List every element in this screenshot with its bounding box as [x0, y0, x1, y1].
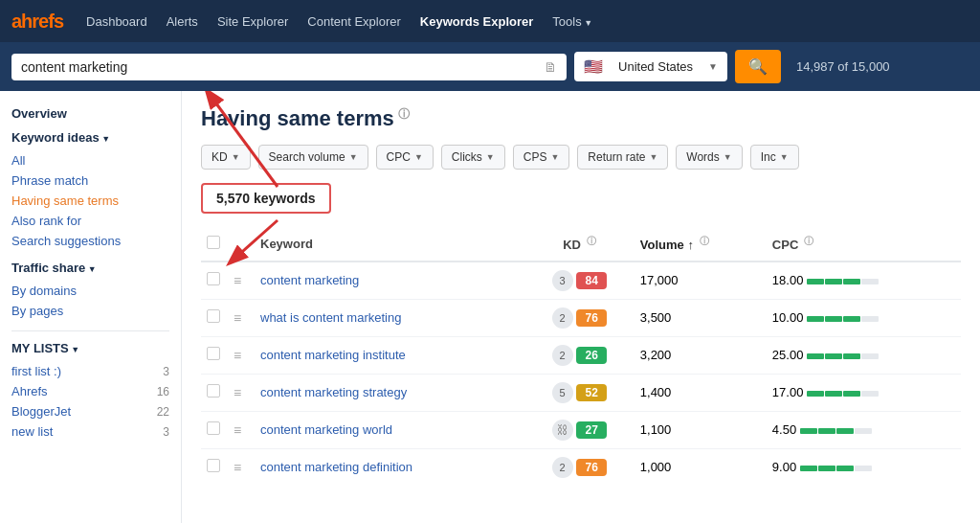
row-checkbox[interactable] [207, 272, 220, 285]
row-checkbox[interactable] [207, 384, 220, 398]
kd-badge: 76 [576, 309, 607, 327]
sidebar-item-all[interactable]: All [11, 150, 169, 171]
bar-seg [807, 353, 824, 359]
list-name-0[interactable]: first list :) [11, 364, 61, 378]
sidebar-keyword-ideas[interactable]: Keyword ideas [11, 130, 169, 145]
keyword-link[interactable]: content marketing institute [260, 348, 406, 362]
bar-seg [861, 316, 879, 322]
row-cpc-cell: 25.00 [767, 336, 961, 374]
keyword-link[interactable]: content marketing definition [260, 460, 412, 474]
row-checkbox-cell [201, 336, 228, 374]
col-volume[interactable]: Volume ↑ ⓘ [635, 227, 767, 261]
cpc-bar [800, 466, 872, 471]
bar-seg [861, 279, 879, 284]
row-menu-cell: ≡ [228, 299, 255, 336]
keywords-table: Keyword KD ⓘ Volume ↑ ⓘ CPC ⓘ ≡ content … [201, 227, 961, 485]
nav-tools[interactable]: Tools [545, 11, 600, 33]
row-cpc-cell: 17.00 [767, 374, 961, 411]
search-input-wrap: 🗎 [11, 54, 567, 80]
keyword-link[interactable]: content marketing [260, 273, 359, 287]
cpc-bar [807, 279, 879, 284]
bar-seg [836, 428, 854, 434]
filter-cpc[interactable]: CPC ▼ [376, 145, 434, 170]
sidebar: Overview Keyword ideas All Phrase match … [0, 91, 182, 523]
bar-seg [800, 466, 817, 471]
row-keyword-cell: content marketing institute [255, 336, 524, 374]
list-name-1[interactable]: Ahrefs [11, 384, 48, 398]
bar-seg [843, 316, 860, 322]
row-menu-icon[interactable]: ≡ [234, 348, 241, 363]
keyword-link[interactable]: what is content marketing [260, 310, 401, 325]
filter-clicks[interactable]: Clicks ▼ [441, 145, 505, 170]
brand-logo: ahrefs [11, 11, 63, 33]
col-kd[interactable]: KD ⓘ [524, 227, 635, 261]
keyword-link[interactable]: content marketing strategy [260, 385, 407, 399]
keyword-link[interactable]: content marketing world [260, 422, 392, 437]
filter-words[interactable]: Words ▼ [676, 145, 742, 170]
search-input[interactable] [21, 59, 536, 75]
nav-keywords-explorer[interactable]: Keywords Explorer [412, 11, 542, 33]
row-menu-icon[interactable]: ≡ [234, 273, 241, 288]
nav-alerts[interactable]: Alerts [159, 11, 206, 33]
table-row: ≡ content marketing 3 84 17,000 18.00 [201, 262, 961, 300]
sidebar-item-also-rank-for[interactable]: Also rank for [11, 211, 169, 231]
row-checkbox[interactable] [207, 309, 220, 323]
sidebar-item-by-pages[interactable]: By pages [11, 301, 169, 321]
table-row: ≡ content marketing strategy 5 52 1,400 … [201, 374, 961, 411]
country-selector[interactable]: 🇺🇸 United States ▼ [574, 52, 727, 81]
cpc-bar [807, 391, 879, 397]
filter-kd[interactable]: KD ▼ [201, 145, 251, 170]
col-check [201, 227, 228, 261]
serp-number: 2 [552, 345, 573, 366]
row-volume-cell: 3,200 [635, 336, 767, 374]
table-row: ≡ content marketing definition 2 76 1,00… [201, 448, 961, 486]
bar-seg [861, 391, 879, 397]
list-item: Ahrefs 16 [11, 381, 169, 401]
row-menu-icon[interactable]: ≡ [234, 310, 241, 326]
row-menu-icon[interactable]: ≡ [234, 385, 241, 400]
filter-inc[interactable]: Inc ▼ [750, 145, 799, 170]
filter-cps[interactable]: CPS ▼ [513, 145, 570, 170]
nav-site-explorer[interactable]: Site Explorer [210, 11, 296, 33]
bar-seg [825, 279, 842, 284]
row-menu-icon[interactable]: ≡ [234, 422, 241, 438]
row-keyword-cell: content marketing definition [255, 448, 524, 486]
filter-search-volume[interactable]: Search volume ▼ [258, 145, 368, 170]
serp-number: 2 [552, 307, 573, 329]
nav-dashboard[interactable]: Dashboard [78, 11, 155, 33]
sidebar-item-having-same-terms[interactable]: Having same terms [11, 191, 169, 211]
sidebar-item-phrase-match[interactable]: Phrase match [11, 171, 169, 191]
page-title: Having same termsⓘ [201, 106, 961, 131]
kd-badge: 52 [576, 384, 607, 401]
bar-seg [843, 279, 860, 284]
top-nav: ahrefs Dashboard Alerts Site Explorer Co… [0, 0, 980, 42]
content-area: Having same termsⓘ KD ▼ Search volume ▼ … [182, 91, 980, 523]
sidebar-traffic-share[interactable]: Traffic share [11, 261, 169, 275]
row-checkbox[interactable] [207, 459, 220, 472]
select-all-checkbox[interactable] [207, 236, 220, 249]
search-button[interactable]: 🔍 [735, 50, 781, 83]
sidebar-item-by-domains[interactable]: By domains [11, 281, 169, 301]
filter-bar: KD ▼ Search volume ▼ CPC ▼ Clicks ▼ CPS … [201, 145, 961, 170]
title-info-icon[interactable]: ⓘ [398, 107, 410, 121]
sidebar-item-search-suggestions[interactable]: Search suggestions [11, 231, 169, 251]
row-kd-cell: ⛓ 27 [524, 411, 635, 448]
main-layout: Overview Keyword ideas All Phrase match … [0, 91, 980, 523]
country-name: United States [618, 59, 693, 74]
list-name-3[interactable]: new list [11, 424, 53, 439]
row-cpc-cell: 9.00 [767, 448, 961, 486]
col-cpc[interactable]: CPC ⓘ [767, 227, 961, 261]
list-name-2[interactable]: BloggerJet [11, 404, 71, 419]
kd-badge: 26 [576, 347, 607, 364]
nav-content-explorer[interactable]: Content Explorer [300, 11, 409, 33]
bar-seg [807, 279, 824, 284]
row-menu-cell: ≡ [228, 448, 255, 486]
row-checkbox[interactable] [207, 421, 220, 435]
my-lists-title[interactable]: MY LISTS [11, 341, 169, 355]
row-checkbox[interactable] [207, 347, 220, 360]
list-count-3: 3 [163, 425, 169, 439]
row-kd-cell: 2 76 [524, 448, 635, 486]
list-count-2: 22 [157, 405, 169, 419]
row-menu-icon[interactable]: ≡ [234, 460, 241, 475]
filter-return-rate[interactable]: Return rate ▼ [577, 145, 668, 170]
